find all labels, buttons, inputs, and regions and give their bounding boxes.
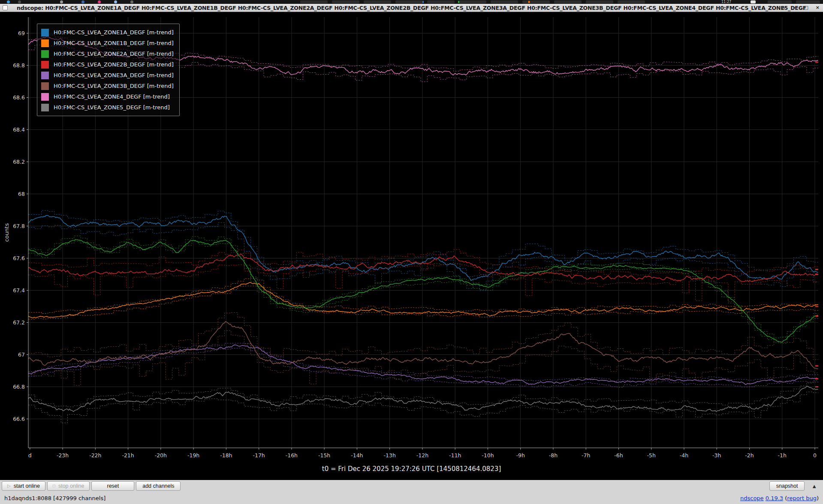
legend-channel-label: H0:FMC-CS_LVEA_ZONE5_DEGF [m-trend] (54, 104, 170, 111)
taskbar-window-button[interactable] (522, 0, 550, 3)
legend-color-swatch (41, 93, 49, 101)
t0-label: t0 = Fri Dec 26 2025 19:27:26 UTC [14508… (0, 465, 823, 473)
x-axis-tick-label: -6h (614, 452, 623, 459)
y-axis-tick-label: 67.8 (13, 223, 25, 229)
x-axis-tick-label: -10h (482, 452, 494, 459)
y-axis-tick-label: 67.2 (13, 319, 25, 326)
close-window-icon[interactable]: × (816, 4, 820, 12)
taskbar-window-button[interactable] (427, 0, 455, 3)
legend-item: H0:FMC-CS_LVEA_ZONE3B_DEGF [m-trend] (41, 81, 174, 91)
legend-channel-label: H0:FMC-CS_LVEA_ZONE4_DEGF [m-trend] (54, 93, 170, 100)
x-axis-tick-label: d (28, 452, 32, 459)
legend-item: H0:FMC-CS_LVEA_ZONE4_DEGF [m-trend] (41, 91, 174, 102)
legend-color-swatch (41, 104, 49, 111)
status-bar: h1daqnds1:8088 [427999 channels] ndscope… (0, 492, 823, 504)
legend-item: H0:FMC-CS_LVEA_ZONE1B_DEGF [m-trend] (41, 38, 174, 48)
x-axis-tick-label: -18h (220, 452, 232, 459)
legend-color-swatch (41, 61, 49, 69)
y-axis-label: counts (3, 223, 10, 242)
server-status: h1daqnds1:8088 [427999 channels] (4, 495, 106, 501)
taskbar-window-button[interactable] (618, 0, 645, 3)
taskbar-window-button[interactable] (586, 0, 613, 3)
report-bug-link[interactable]: report bug (787, 495, 817, 501)
taskbar-window-button[interactable] (459, 0, 486, 3)
legend-color-swatch (41, 29, 49, 36)
taskbar-app-icon[interactable] (130, 0, 133, 3)
legend-color-swatch (41, 50, 49, 58)
taskbar-window-button[interactable] (364, 0, 391, 3)
legend-color-swatch (41, 72, 49, 79)
x-axis-tick-label: -1h (778, 452, 787, 459)
taskbar-tray-icon[interactable] (751, 0, 756, 3)
legend-channel-label: H0:FMC-CS_LVEA_ZONE2A_DEGF [m-trend] (54, 51, 174, 57)
taskbar-app-icon[interactable] (60, 0, 63, 3)
legend-channel-label: H0:FMC-CS_LVEA_ZONE2B_DEGF [m-trend] (54, 61, 174, 68)
window-titlebar[interactable]: ndscope: H0:FMC-CS_LVEA_ZONE1A_DEGF H0:F… (0, 4, 823, 12)
reset-button[interactable]: reset (91, 481, 134, 491)
taskbar-app-icon[interactable] (7, 0, 10, 3)
play-icon: ▷ (7, 484, 11, 488)
x-axis-tick-label: -13h (383, 452, 395, 459)
snapshot-button[interactable]: snapshot (769, 481, 805, 491)
os-taskbar[interactable]: 11:27 (0, 0, 823, 4)
taskbar-window-button[interactable] (332, 0, 359, 3)
window-title: ndscope: H0:FMC-CS_LVEA_ZONE1A_DEGF H0:F… (0, 5, 823, 11)
x-axis-tick-label: -23h (57, 452, 69, 459)
taskbar-app-icon[interactable] (114, 0, 117, 3)
x-axis-tick-label: -2h (745, 452, 754, 459)
taskbar-activity-indicator[interactable] (422, 1, 424, 3)
legend-item: H0:FMC-CS_LVEA_ZONE5_DEGF [m-trend] (41, 102, 174, 113)
add-channels-button[interactable]: add channels (136, 481, 181, 491)
x-axis-tick-label: -20h (155, 452, 167, 459)
taskbar-window-button[interactable] (796, 0, 820, 3)
maximize-window-icon[interactable]: □ (804, 4, 808, 12)
stop-online-button[interactable]: □ stop online (47, 481, 90, 491)
taskbar-app-icon[interactable] (81, 0, 84, 3)
shade-window-icon[interactable]: ∧ (782, 4, 785, 12)
taskbar-window-button[interactable] (768, 0, 792, 3)
y-axis-tick-label: 66.8 (13, 384, 25, 390)
legend-item: H0:FMC-CS_LVEA_ZONE1A_DEGF [m-trend] (41, 27, 174, 38)
minimize-window-icon[interactable]: − (793, 4, 796, 12)
y-axis-tick-label: 67.4 (13, 287, 25, 294)
plot-region: 6968.868.668.468.26867.867.667.467.26766… (0, 12, 823, 480)
legend: H0:FMC-CS_LVEA_ZONE1A_DEGF [m-trend]H0:F… (37, 24, 180, 116)
legend-channel-label: H0:FMC-CS_LVEA_ZONE3A_DEGF [m-trend] (54, 72, 174, 78)
x-axis-tick-label: -16h (286, 452, 298, 459)
taskbar-activity-indicator[interactable] (528, 1, 530, 3)
taskbar-window-button[interactable] (300, 0, 328, 3)
y-axis-tick-label: 68.4 (13, 126, 25, 133)
ndscope-link[interactable]: ndscope (740, 495, 764, 501)
start-online-label: start online (14, 483, 40, 489)
version-link[interactable]: 0.19.3 (766, 495, 783, 501)
taskbar-window-button[interactable] (491, 0, 518, 3)
legend-color-swatch (41, 39, 49, 47)
taskbar-activity-indicator[interactable] (458, 1, 459, 3)
taskbar-clock: 11:27 (721, 0, 731, 4)
legend-channel-label: H0:FMC-CS_LVEA_ZONE1B_DEGF [m-trend] (54, 40, 174, 46)
x-axis-tick-label: -8h (549, 452, 558, 459)
y-axis-tick-label: 68.8 (13, 62, 25, 69)
taskbar-window-button[interactable] (554, 0, 582, 3)
ndscope-window: 11:27 ndscope: H0:FMC-CS_LVEA_ZONE1A_DEG… (0, 0, 823, 504)
paren-close: ) (817, 495, 819, 501)
y-axis-tick-label: 68.6 (13, 94, 25, 101)
x-axis-tick-label: -17h (253, 452, 265, 459)
x-axis-tick-label: -19h (187, 452, 199, 459)
legend-channel-label: H0:FMC-CS_LVEA_ZONE1A_DEGF [m-trend] (54, 29, 174, 36)
y-axis-tick-label: 68.2 (13, 159, 25, 165)
x-axis-tick-label: -15h (318, 452, 330, 459)
x-axis-tick-label: -7h (582, 452, 590, 459)
taskbar-app-icon[interactable] (18, 0, 21, 3)
taskbar-window-button[interactable] (395, 0, 423, 3)
stop-icon: □ (53, 484, 55, 488)
x-axis-tick-label: -22h (89, 452, 101, 459)
legend-item: H0:FMC-CS_LVEA_ZONE2A_DEGF [m-trend] (41, 48, 174, 59)
legend-channel-label: H0:FMC-CS_LVEA_ZONE3B_DEGF [m-trend] (54, 83, 174, 89)
expand-triangle-icon[interactable]: ▲ (809, 483, 820, 490)
legend-item: H0:FMC-CS_LVEA_ZONE3A_DEGF [m-trend] (41, 70, 174, 81)
y-axis-tick-label: 67 (18, 351, 25, 358)
start-online-button[interactable]: ▷ start online (2, 481, 45, 491)
taskbar-app-icon[interactable] (98, 0, 101, 3)
x-axis-tick-label: -21h (122, 452, 134, 459)
